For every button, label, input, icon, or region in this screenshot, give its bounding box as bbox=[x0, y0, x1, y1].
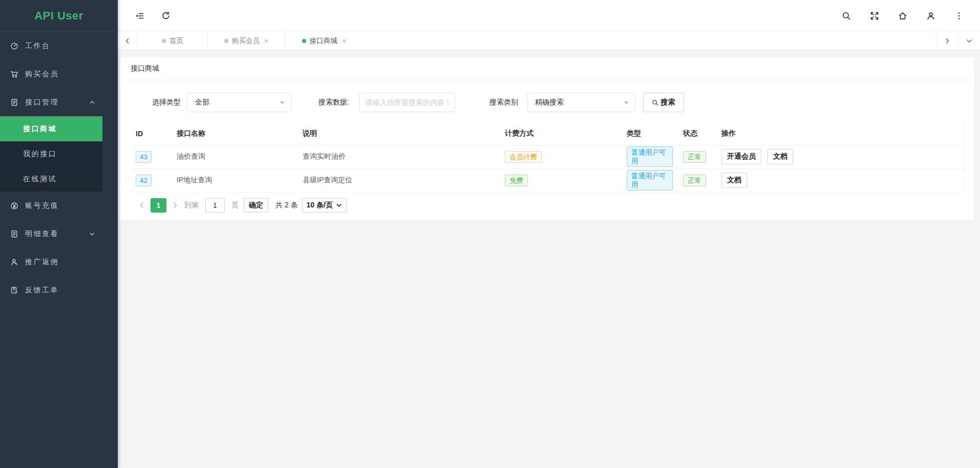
main-area: 首页 购买会员 × 接口商城 × 接口商城 选择类型 bbox=[118, 0, 980, 468]
submenu-item-label: 我的接口 bbox=[23, 150, 57, 159]
ticket-icon bbox=[10, 286, 18, 294]
prev-page-icon[interactable] bbox=[138, 201, 146, 209]
sidebar-item-label: 明细查看 bbox=[25, 229, 59, 239]
document-icon bbox=[10, 230, 18, 238]
tab-dot bbox=[162, 39, 166, 43]
goto-confirm-button[interactable]: 确定 bbox=[244, 198, 268, 212]
col-type: 类型 bbox=[622, 123, 678, 145]
page-size-select[interactable]: 10 条/页 bbox=[302, 198, 347, 212]
docs-button[interactable]: 文档 bbox=[721, 173, 747, 188]
tab-dot bbox=[224, 39, 228, 43]
sidebar-item-label: 反馈工单 bbox=[25, 286, 59, 295]
status-badge: 正常 bbox=[683, 151, 706, 163]
sidebar-menu: 工作台 购买会员 接口管理 接口商城 我的接口 在线测试 bbox=[0, 32, 102, 304]
sidebar-item-api-management[interactable]: 接口管理 bbox=[0, 88, 102, 116]
status-badge: 正常 bbox=[683, 175, 706, 186]
col-billing: 计费方式 bbox=[500, 123, 622, 145]
id-badge: 42 bbox=[136, 175, 152, 186]
fullscreen-icon[interactable] bbox=[870, 11, 879, 20]
caret-down-icon bbox=[280, 101, 285, 107]
tab-buy-membership[interactable]: 购买会员 × bbox=[207, 32, 285, 50]
close-icon[interactable]: × bbox=[342, 36, 347, 45]
billing-badge: 会员计费 bbox=[505, 151, 542, 163]
sidebar-item-my-apis[interactable]: 我的接口 bbox=[0, 141, 102, 166]
sidebar-item-buy-membership[interactable]: 购买会员 bbox=[0, 60, 102, 88]
search-input[interactable] bbox=[359, 93, 455, 112]
type-badge: 普通用户可用 bbox=[627, 170, 673, 190]
search-button[interactable]: 搜索 bbox=[643, 93, 684, 112]
tabs-scroll-right-button[interactable] bbox=[936, 32, 958, 50]
type-select[interactable]: 全部 bbox=[187, 93, 291, 112]
chevron-down-icon bbox=[336, 202, 342, 208]
submenu-api-management: 接口商城 我的接口 在线测试 bbox=[0, 116, 102, 192]
fold-sidebar-icon[interactable] bbox=[135, 11, 144, 20]
id-badge: 43 bbox=[136, 151, 152, 163]
col-desc: 说明 bbox=[297, 123, 500, 145]
close-icon[interactable]: × bbox=[264, 36, 269, 45]
tabs-scroll-left-button[interactable] bbox=[118, 32, 137, 50]
user-group-icon bbox=[10, 258, 18, 266]
tab-api-market[interactable]: 接口商城 × bbox=[285, 32, 363, 50]
col-id: ID bbox=[131, 123, 172, 145]
goto-page-input[interactable] bbox=[205, 198, 225, 212]
sidebar-item-label: 接口管理 bbox=[25, 98, 59, 107]
next-page-icon[interactable] bbox=[171, 201, 179, 209]
type-filter-label: 选择类型 bbox=[152, 98, 181, 107]
search-icon[interactable] bbox=[842, 11, 851, 20]
sidebar-item-online-test[interactable]: 在线测试 bbox=[0, 166, 102, 192]
topbar-right-icons bbox=[842, 11, 964, 20]
sidebar-item-feedback-ticket[interactable]: 反馈工单 bbox=[0, 276, 102, 304]
api-name: 油价查询 bbox=[172, 145, 297, 168]
goto-suffix-label: 页 bbox=[231, 201, 239, 210]
docs-button[interactable]: 文档 bbox=[768, 149, 793, 164]
submenu-item-label: 接口商城 bbox=[23, 124, 57, 134]
filter-bar: 选择类型 全部 搜索数据: 搜索类别 精确搜索 搜索 bbox=[120, 80, 974, 123]
dashboard-icon bbox=[10, 42, 18, 50]
more-vertical-icon[interactable] bbox=[954, 11, 964, 20]
api-table-wrap: ID 接口名称 说明 计费方式 类型 状态 操作 43 油价查询 bbox=[120, 123, 974, 193]
open-membership-button[interactable]: 开通会员 bbox=[721, 149, 761, 164]
total-count-label: 共 2 条 bbox=[275, 201, 298, 210]
sidebar-item-label: 购买会员 bbox=[25, 70, 59, 79]
table-row: 43 油价查询 查询实时油价 会员计费 普通用户可用 正常 开通会员 文档 bbox=[131, 145, 965, 168]
tab-label: 购买会员 bbox=[232, 36, 260, 46]
col-actions: 操作 bbox=[716, 123, 965, 145]
search-button-label: 搜索 bbox=[661, 98, 675, 107]
current-page-button[interactable]: 1 bbox=[151, 198, 166, 212]
api-table: ID 接口名称 说明 计费方式 类型 状态 操作 43 油价查询 bbox=[131, 123, 965, 193]
user-icon[interactable] bbox=[926, 11, 935, 20]
tab-dot bbox=[302, 39, 306, 43]
type-select-value: 全部 bbox=[195, 98, 209, 107]
page-content: 接口商城 选择类型 全部 搜索数据: 搜索类别 精确搜索 搜索 bbox=[118, 50, 980, 468]
col-status: 状态 bbox=[678, 123, 716, 145]
sidebar-item-label: 工作台 bbox=[25, 41, 51, 51]
sidebar-item-label: 账号充值 bbox=[25, 201, 59, 210]
chevron-up-icon bbox=[89, 99, 95, 105]
tab-label: 首页 bbox=[169, 36, 183, 46]
table-row: 42 IP地址查询 县级IP查询定位 免费 普通用户可用 正常 文档 bbox=[131, 168, 965, 192]
refresh-icon[interactable] bbox=[161, 11, 171, 20]
submenu-item-label: 在线测试 bbox=[23, 175, 57, 184]
tab-label: 接口商城 bbox=[310, 36, 337, 46]
table-header-row: ID 接口名称 说明 计费方式 类型 状态 操作 bbox=[131, 123, 965, 145]
yen-icon bbox=[10, 202, 18, 210]
sidebar-item-promotion-rebate[interactable]: 推广返佣 bbox=[0, 248, 102, 276]
sidebar-item-workbench[interactable]: 工作台 bbox=[0, 32, 102, 60]
api-desc: 县级IP查询定位 bbox=[297, 168, 500, 192]
tab-home[interactable]: 首页 bbox=[137, 32, 207, 50]
category-select-value: 精确搜索 bbox=[535, 98, 564, 107]
top-header bbox=[118, 0, 980, 32]
api-name: IP地址查询 bbox=[172, 168, 297, 192]
cart-icon bbox=[10, 70, 18, 78]
sidebar: API User 工作台 购买会员 接口管理 接口商城 我的接口 bbox=[0, 0, 118, 468]
tabs-menu-button[interactable] bbox=[958, 32, 980, 50]
api-desc: 查询实时油价 bbox=[297, 145, 500, 168]
home-icon[interactable] bbox=[898, 11, 907, 20]
sidebar-item-account-recharge[interactable]: 账号充值 bbox=[0, 192, 102, 220]
search-category-label: 搜索类别 bbox=[489, 98, 518, 107]
sidebar-item-api-market[interactable]: 接口商城 bbox=[0, 116, 102, 141]
sidebar-item-detail-view[interactable]: 明细查看 bbox=[0, 220, 102, 248]
search-category-select[interactable]: 精确搜索 bbox=[527, 93, 635, 112]
pagination: 1 到第 页 确定 共 2 条 10 条/页 bbox=[120, 198, 974, 220]
page-size-value: 10 条/页 bbox=[307, 201, 333, 210]
